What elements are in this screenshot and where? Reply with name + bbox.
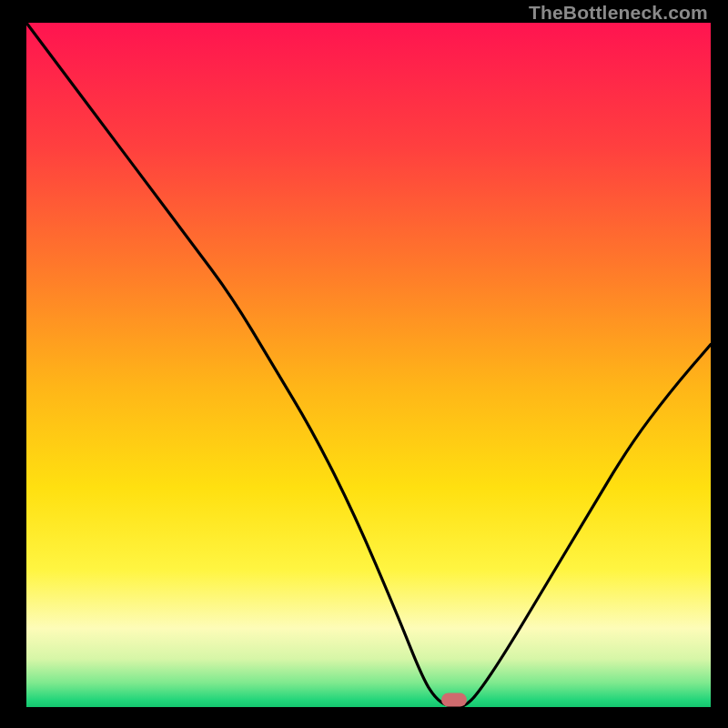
bottleneck-chart [26, 23, 711, 707]
chart-frame [26, 23, 711, 707]
gradient-background [26, 23, 711, 707]
optimum-marker [441, 693, 467, 707]
watermark-text: TheBottleneck.com [529, 2, 708, 24]
